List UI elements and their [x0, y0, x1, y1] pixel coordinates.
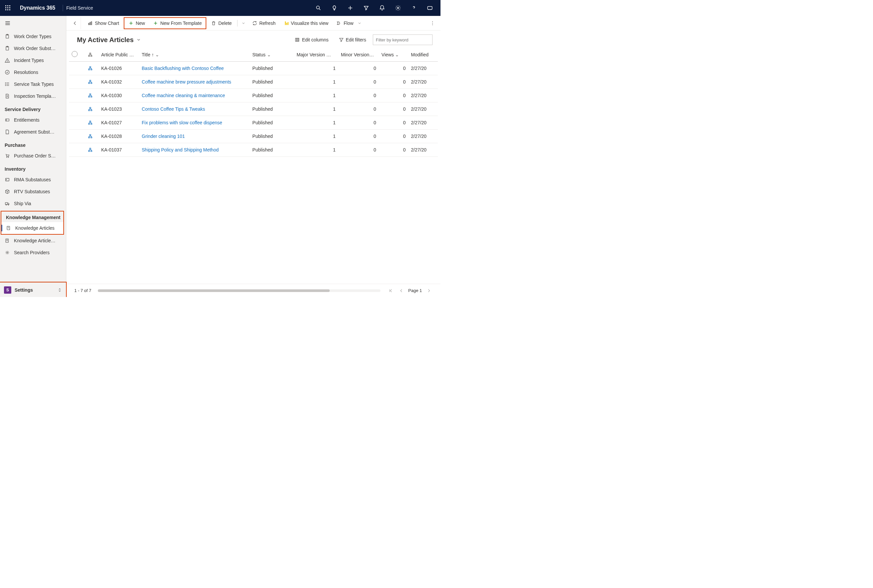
sidebar-item-servicetasktypes[interactable]: Service Task Types	[0, 78, 66, 90]
sidebar-item-knowledgearticletempl[interactable]: Knowledge Article…	[0, 235, 66, 247]
col-title[interactable]: Title ↑⌄	[139, 48, 250, 62]
sidebar-item-resolutions[interactable]: Resolutions	[0, 66, 66, 78]
lightbulb-icon[interactable]	[326, 0, 342, 16]
delete-split-chevron[interactable]	[239, 21, 248, 25]
cell-title-link[interactable]: Coffee machine brew pressure adjustments	[139, 75, 250, 89]
plus-icon[interactable]	[342, 0, 358, 16]
sidebar-item-knowledgearticles[interactable]: Knowledge Articles	[2, 222, 63, 234]
sidebar-item-workordersubst[interactable]: Work Order Subst…	[0, 42, 66, 54]
cell-title-link[interactable]: Grinder cleaning 101	[139, 130, 250, 143]
delete-button[interactable]: Delete	[207, 18, 235, 28]
table-row[interactable]: KA-01032Coffee machine brew pressure adj…	[69, 75, 438, 89]
sidebar-item-rtv[interactable]: RTV Substatuses	[0, 186, 66, 198]
hierarchy-icon[interactable]	[85, 75, 99, 89]
sidebar-item-incidenttypes[interactable]: Incident Types	[0, 54, 66, 66]
cell-minor-version: 0	[338, 102, 379, 116]
hierarchy-icon[interactable]	[85, 130, 99, 143]
table-row[interactable]: KA-01037Shipping Policy and Shipping Met…	[69, 143, 438, 157]
col-views[interactable]: Views⌄	[379, 48, 408, 62]
nav-group-service: Service Delivery	[0, 102, 66, 114]
table-row[interactable]: KA-01023Contoso Coffee Tips & TweaksPubl…	[69, 102, 438, 116]
new-buttons-highlight: New New From Template	[124, 17, 206, 29]
svg-rect-62	[298, 38, 299, 41]
visualize-button[interactable]: Visualize this view	[280, 18, 332, 28]
gear-icon[interactable]	[390, 0, 406, 16]
prev-page-button[interactable]	[398, 287, 405, 294]
search-icon[interactable]	[311, 0, 326, 16]
table-row[interactable]: KA-01027Fix problems with slow coffee di…	[69, 116, 438, 130]
hierarchy-icon[interactable]	[85, 102, 99, 116]
cell-title-link[interactable]: Coffee machine cleaning & maintenance	[139, 89, 250, 102]
hierarchy-icon[interactable]	[85, 116, 99, 130]
next-page-button[interactable]	[425, 287, 433, 294]
row-selector[interactable]	[69, 116, 85, 130]
sidebar-item-entitlements[interactable]: Entitlements	[0, 114, 66, 126]
sidebar-item-inspectiontempl[interactable]: Inspection Templa…	[0, 90, 66, 102]
first-page-button[interactable]	[387, 287, 394, 294]
col-major-version[interactable]: Major Version …⌄	[294, 48, 338, 62]
row-selector[interactable]	[69, 89, 85, 102]
sidebar-item-agreementsubst[interactable]: Agreement Subst…	[0, 126, 66, 138]
view-selector[interactable]: My Active Articles	[77, 36, 141, 44]
col-status[interactable]: Status⌄	[250, 48, 294, 62]
filter-icon[interactable]	[358, 0, 374, 16]
chevron-down-icon: ⌄	[375, 52, 379, 57]
refresh-button[interactable]: Refresh	[249, 18, 279, 28]
row-selector[interactable]	[69, 102, 85, 116]
waffle-icon[interactable]	[0, 0, 16, 16]
chevron-down-icon: ⌄	[267, 52, 271, 57]
back-button[interactable]	[69, 17, 81, 29]
col-modified[interactable]: Modified	[408, 48, 438, 62]
assistant-icon[interactable]	[422, 0, 438, 16]
sidebar-item-rma[interactable]: RMA Substatuses	[0, 174, 66, 186]
cell-article-number: KA-01027	[99, 116, 139, 130]
sidebar-area-switcher[interactable]: S Settings	[0, 282, 66, 297]
row-selector[interactable]	[69, 75, 85, 89]
brand-name[interactable]: Dynamics 365	[16, 5, 59, 11]
new-button[interactable]: New	[125, 18, 148, 28]
hamburger-icon[interactable]	[0, 16, 66, 30]
scrollbar-thumb[interactable]	[98, 290, 329, 292]
cell-article-number: KA-01028	[99, 130, 139, 143]
flow-button[interactable]: Flow	[333, 18, 365, 28]
truck-icon	[5, 201, 10, 206]
sidebar-item-shipvia[interactable]: Ship Via	[0, 198, 66, 210]
more-commands-button[interactable]	[427, 18, 438, 28]
sidebar-item-purchaseorder[interactable]: Purchase Order S…	[0, 150, 66, 162]
filter-keyword-input[interactable]	[373, 34, 433, 45]
new-from-template-button[interactable]: New From Template	[150, 18, 205, 28]
help-icon[interactable]	[406, 0, 422, 16]
table-row[interactable]: KA-01026Basic Backflushing with Contoso …	[69, 62, 438, 75]
cell-title-link[interactable]: Contoso Coffee Tips & Tweaks	[139, 102, 250, 116]
row-selector[interactable]	[69, 62, 85, 75]
col-select-all[interactable]	[69, 48, 85, 62]
hierarchy-icon[interactable]	[85, 89, 99, 102]
sidebar-item-workordertypes[interactable]: Work Order Types	[0, 30, 66, 42]
svg-rect-77	[91, 110, 92, 111]
hierarchy-icon[interactable]	[85, 143, 99, 157]
sidebar-item-searchproviders[interactable]: Search Providers	[0, 247, 66, 258]
page-label: Page 1	[408, 288, 422, 293]
table-row[interactable]: KA-01030Coffee machine cleaning & mainte…	[69, 89, 438, 102]
select-all-circle-icon[interactable]	[72, 51, 78, 57]
hierarchy-icon[interactable]	[85, 62, 99, 75]
show-chart-button[interactable]: Show Chart	[84, 18, 122, 28]
row-selector[interactable]	[69, 143, 85, 157]
edit-columns-button[interactable]: Edit columns	[291, 35, 332, 44]
col-hierarchy[interactable]	[85, 48, 99, 62]
horizontal-scrollbar[interactable]	[98, 290, 380, 292]
cell-title-link[interactable]: Shipping Policy and Shipping Method	[139, 143, 250, 157]
cell-title-link[interactable]: Basic Backflushing with Contoso Coffee	[139, 62, 250, 75]
edit-filters-button[interactable]: Edit filters	[335, 35, 370, 44]
bell-icon[interactable]	[374, 0, 390, 16]
cell-title-link[interactable]: Fix problems with slow coffee dispense	[139, 116, 250, 130]
cell-major-version: 1	[294, 116, 338, 130]
app-name[interactable]: Field Service	[66, 5, 93, 10]
chevron-updown-icon[interactable]	[57, 288, 62, 292]
table-row[interactable]: KA-01028Grinder cleaning 101Published100…	[69, 130, 438, 143]
row-selector[interactable]	[69, 130, 85, 143]
col-minor-version[interactable]: Minor Version…⌄	[338, 48, 379, 62]
svg-rect-8	[9, 9, 10, 10]
svg-point-23	[7, 62, 8, 62]
col-article-number[interactable]: Article Public …⌄	[99, 48, 139, 62]
